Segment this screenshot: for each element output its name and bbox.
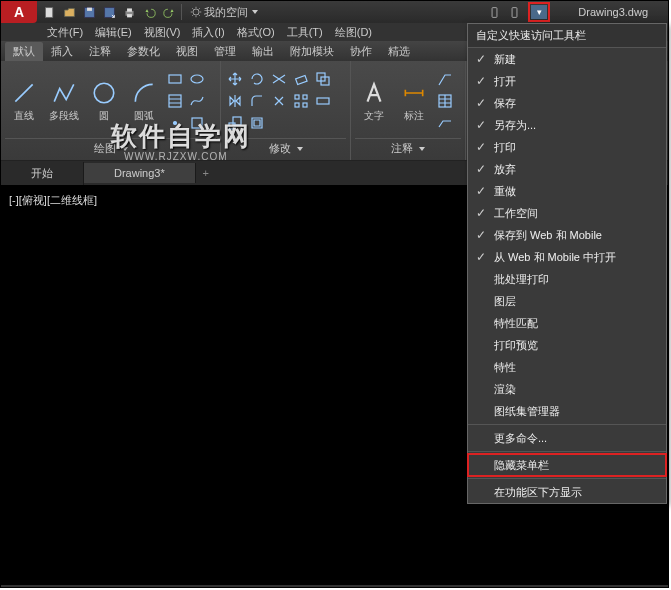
rect-icon[interactable] (165, 69, 185, 89)
explode-icon[interactable] (269, 91, 289, 111)
tab-insert[interactable]: 插入 (43, 42, 81, 61)
dim-label: 标注 (404, 109, 424, 123)
tab-annotate[interactable]: 注释 (81, 42, 119, 61)
dd-item-label: 另存为... (494, 118, 536, 133)
move-icon[interactable] (225, 69, 245, 89)
qat-customize-button[interactable]: ▾ (531, 5, 547, 19)
menu-tools[interactable]: 工具(T) (281, 25, 329, 40)
tab-collab[interactable]: 协作 (342, 42, 380, 61)
dd-item-15[interactable]: 渲染 (468, 378, 666, 400)
dd-item-4[interactable]: ✓打印 (468, 136, 666, 158)
hatch-icon[interactable] (165, 91, 185, 111)
print-icon[interactable] (121, 4, 137, 20)
svg-rect-20 (295, 95, 299, 99)
chevron-down-icon[interactable] (297, 147, 303, 151)
array-icon[interactable] (291, 91, 311, 111)
tab-view[interactable]: 视图 (168, 42, 206, 61)
dd-item-label: 从 Web 和 Mobile 中打开 (494, 250, 616, 265)
line-button[interactable]: 直线 (5, 67, 43, 135)
text-button[interactable]: 文字 (355, 67, 393, 135)
text-label: 文字 (364, 109, 384, 123)
dd-item-12[interactable]: 特性匹配 (468, 312, 666, 334)
dd-item-7[interactable]: ✓工作空间 (468, 202, 666, 224)
scale-icon[interactable] (225, 113, 245, 133)
redo-icon[interactable] (161, 4, 177, 20)
dd-item-11[interactable]: 图层 (468, 290, 666, 312)
erase-icon[interactable] (291, 69, 311, 89)
checkmark-icon: ✓ (476, 228, 486, 242)
chevron-down-icon[interactable] (122, 147, 128, 151)
dd-item-10[interactable]: 批处理打印 (468, 268, 666, 290)
circle-button[interactable]: 圆 (85, 67, 123, 135)
menu-file[interactable]: 文件(F) (41, 25, 89, 40)
mleader-icon[interactable] (435, 113, 455, 133)
workspace-dropdown[interactable]: 我的空间 (186, 5, 262, 20)
dd-item-3[interactable]: ✓另存为... (468, 114, 666, 136)
svg-rect-8 (492, 7, 497, 17)
region-icon[interactable] (187, 113, 207, 133)
dd-item-16[interactable]: 图纸集管理器 (468, 400, 666, 422)
svg-rect-2 (87, 7, 92, 10)
svg-rect-26 (233, 117, 241, 125)
tab-featured[interactable]: 精选 (380, 42, 418, 61)
new-icon[interactable] (41, 4, 57, 20)
ellipse-icon[interactable] (187, 69, 207, 89)
dd-item-label: 打印预览 (494, 338, 538, 353)
dd-item-5[interactable]: ✓放弃 (468, 158, 666, 180)
dim-button[interactable]: 标注 (395, 67, 433, 135)
quick-access-toolbar: 我的空间 (37, 4, 266, 20)
leader-icon[interactable] (435, 69, 455, 89)
tab-parametric[interactable]: 参数化 (119, 42, 168, 61)
arc-button[interactable]: 圆弧 (125, 67, 163, 135)
mobile-open-icon[interactable] (486, 4, 502, 20)
svg-rect-5 (127, 8, 132, 11)
menu-insert[interactable]: 插入(I) (186, 25, 230, 40)
dd-item-13[interactable]: 打印预览 (468, 334, 666, 356)
dd-item-2[interactable]: ✓保存 (468, 92, 666, 114)
spline-icon[interactable] (187, 91, 207, 111)
chevron-down-icon[interactable] (419, 147, 425, 151)
menu-draw[interactable]: 绘图(D) (329, 25, 378, 40)
menu-format[interactable]: 格式(O) (231, 25, 281, 40)
dd-item-label: 保存 (494, 96, 516, 111)
dd-item-1[interactable]: ✓打开 (468, 70, 666, 92)
checkmark-icon: ✓ (476, 140, 486, 154)
svg-point-11 (94, 83, 114, 103)
checkmark-icon: ✓ (476, 74, 486, 88)
dimension-icon (400, 79, 428, 107)
table-icon[interactable] (435, 91, 455, 111)
mobile-save-icon[interactable] (506, 4, 522, 20)
mirror-icon[interactable] (225, 91, 245, 111)
dd-item-9[interactable]: ✓从 Web 和 Mobile 中打开 (468, 246, 666, 268)
tab-manage[interactable]: 管理 (206, 42, 244, 61)
stretch-icon[interactable] (313, 91, 333, 111)
dd-hide-menubar[interactable]: 隐藏菜单栏 (468, 454, 666, 476)
tab-addins[interactable]: 附加模块 (282, 42, 342, 61)
doc-tab-drawing3[interactable]: Drawing3* (84, 163, 196, 183)
dd-item-label: 工作空间 (494, 206, 538, 221)
tab-output[interactable]: 输出 (244, 42, 282, 61)
dd-item-8[interactable]: ✓保存到 Web 和 Mobile (468, 224, 666, 246)
dd-show-below-ribbon[interactable]: 在功能区下方显示 (468, 481, 666, 503)
checkmark-icon: ✓ (476, 206, 486, 220)
open-icon[interactable] (61, 4, 77, 20)
menu-edit[interactable]: 编辑(E) (89, 25, 138, 40)
copy-icon[interactable] (313, 69, 333, 89)
offset-icon[interactable] (247, 113, 267, 133)
dd-item-6[interactable]: ✓重做 (468, 180, 666, 202)
doc-tab-start[interactable]: 开始 (1, 162, 84, 185)
dd-more-commands[interactable]: 更多命令... (468, 427, 666, 449)
save-icon[interactable] (81, 4, 97, 20)
dd-item-14[interactable]: 特性 (468, 356, 666, 378)
doc-tab-add[interactable]: + (196, 167, 216, 179)
polyline-button[interactable]: 多段线 (45, 67, 83, 135)
point-icon[interactable] (165, 113, 185, 133)
fillet-icon[interactable] (247, 91, 267, 111)
undo-icon[interactable] (141, 4, 157, 20)
menu-view[interactable]: 视图(V) (138, 25, 187, 40)
trim-icon[interactable] (269, 69, 289, 89)
tab-default[interactable]: 默认 (5, 42, 43, 61)
saveas-icon[interactable] (101, 4, 117, 20)
dd-item-0[interactable]: ✓新建 (468, 48, 666, 70)
rotate-icon[interactable] (247, 69, 267, 89)
